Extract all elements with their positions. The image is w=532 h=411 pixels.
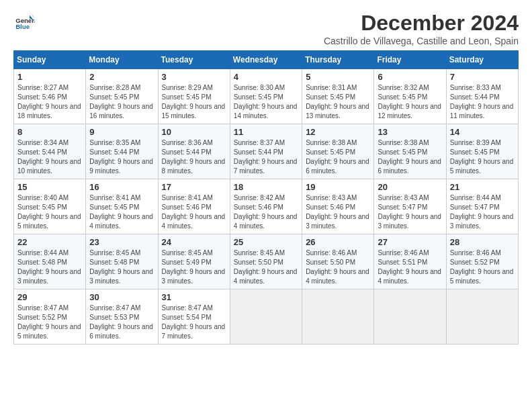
day-number: 21 <box>450 182 515 192</box>
calendar-day-cell: 13Sunrise: 8:38 AMSunset: 5:45 PMDayligh… <box>374 124 446 179</box>
calendar-day-cell: 14Sunrise: 8:39 AMSunset: 5:45 PMDayligh… <box>446 124 518 179</box>
calendar-day-cell: 6Sunrise: 8:32 AMSunset: 5:45 PMDaylight… <box>374 69 446 124</box>
calendar-day-cell: 25Sunrise: 8:45 AMSunset: 5:50 PMDayligh… <box>230 234 302 289</box>
day-number: 16 <box>89 182 154 192</box>
calendar-day-cell: 20Sunrise: 8:43 AMSunset: 5:47 PMDayligh… <box>374 179 446 234</box>
day-info: Sunrise: 8:47 AMSunset: 5:52 PMDaylight:… <box>17 304 82 341</box>
day-info: Sunrise: 8:43 AMSunset: 5:47 PMDaylight:… <box>378 193 442 231</box>
calendar-day-cell <box>302 289 374 345</box>
calendar-day-cell: 12Sunrise: 8:38 AMSunset: 5:45 PMDayligh… <box>302 124 374 179</box>
day-number: 26 <box>306 237 370 247</box>
day-number: 12 <box>306 127 370 137</box>
day-number: 20 <box>378 182 442 192</box>
day-info: Sunrise: 8:45 AMSunset: 5:50 PMDaylight:… <box>234 248 298 286</box>
calendar-day-cell: 10Sunrise: 8:36 AMSunset: 5:44 PMDayligh… <box>158 124 230 179</box>
title-block: December 2024 Castrillo de Villavega, Ca… <box>324 11 519 46</box>
calendar-week-row: 15Sunrise: 8:40 AMSunset: 5:45 PMDayligh… <box>14 179 519 234</box>
calendar-day-cell: 26Sunrise: 8:46 AMSunset: 5:50 PMDayligh… <box>302 234 374 289</box>
day-number: 14 <box>450 127 515 137</box>
calendar-day-cell: 17Sunrise: 8:41 AMSunset: 5:46 PMDayligh… <box>158 179 230 234</box>
logo-icon: General Blue <box>13 11 35 32</box>
day-number: 10 <box>162 127 226 137</box>
day-info: Sunrise: 8:36 AMSunset: 5:44 PMDaylight:… <box>162 138 226 176</box>
day-number: 24 <box>162 237 226 247</box>
day-info: Sunrise: 8:45 AMSunset: 5:49 PMDaylight:… <box>162 248 226 286</box>
day-number: 13 <box>378 127 442 137</box>
day-number: 8 <box>17 127 82 137</box>
day-info: Sunrise: 8:44 AMSunset: 5:47 PMDaylight:… <box>450 193 515 231</box>
day-number: 31 <box>162 292 226 302</box>
day-number: 4 <box>234 72 298 82</box>
weekday-header: Wednesday <box>230 51 302 69</box>
weekday-header: Friday <box>374 51 446 69</box>
day-number: 27 <box>378 237 442 247</box>
day-number: 23 <box>89 237 154 247</box>
day-number: 30 <box>89 292 154 302</box>
calendar-day-cell: 5Sunrise: 8:31 AMSunset: 5:45 PMDaylight… <box>302 69 374 124</box>
calendar-day-cell: 15Sunrise: 8:40 AMSunset: 5:45 PMDayligh… <box>14 179 86 234</box>
calendar-day-cell: 21Sunrise: 8:44 AMSunset: 5:47 PMDayligh… <box>446 179 518 234</box>
day-info: Sunrise: 8:46 AMSunset: 5:51 PMDaylight:… <box>378 248 442 286</box>
calendar-day-cell: 9Sunrise: 8:35 AMSunset: 5:44 PMDaylight… <box>86 124 158 179</box>
day-info: Sunrise: 8:33 AMSunset: 5:44 PMDaylight:… <box>450 83 515 121</box>
day-number: 15 <box>17 182 82 192</box>
day-info: Sunrise: 8:40 AMSunset: 5:45 PMDaylight:… <box>17 193 82 231</box>
day-info: Sunrise: 8:35 AMSunset: 5:44 PMDaylight:… <box>89 138 154 176</box>
day-number: 11 <box>234 127 298 137</box>
svg-text:Blue: Blue <box>15 23 30 30</box>
calendar-day-cell: 30Sunrise: 8:47 AMSunset: 5:53 PMDayligh… <box>86 289 158 345</box>
calendar-day-cell <box>230 289 302 345</box>
calendar-week-row: 22Sunrise: 8:44 AMSunset: 5:48 PMDayligh… <box>14 234 519 289</box>
day-info: Sunrise: 8:42 AMSunset: 5:46 PMDaylight:… <box>234 193 298 231</box>
calendar-table: SundayMondayTuesdayWednesdayThursdayFrid… <box>13 50 519 345</box>
calendar-day-cell: 28Sunrise: 8:46 AMSunset: 5:52 PMDayligh… <box>446 234 518 289</box>
calendar-day-cell: 8Sunrise: 8:34 AMSunset: 5:44 PMDaylight… <box>14 124 86 179</box>
day-info: Sunrise: 8:47 AMSunset: 5:54 PMDaylight:… <box>162 304 226 341</box>
weekday-header: Sunday <box>14 51 86 69</box>
day-number: 29 <box>17 292 82 302</box>
weekday-header: Thursday <box>302 51 374 69</box>
calendar-day-cell: 4Sunrise: 8:30 AMSunset: 5:45 PMDaylight… <box>230 69 302 124</box>
calendar-day-cell: 18Sunrise: 8:42 AMSunset: 5:46 PMDayligh… <box>230 179 302 234</box>
day-number: 5 <box>306 72 370 82</box>
calendar-day-cell: 31Sunrise: 8:47 AMSunset: 5:54 PMDayligh… <box>158 289 230 345</box>
day-info: Sunrise: 8:31 AMSunset: 5:45 PMDaylight:… <box>306 83 370 121</box>
calendar-day-cell: 23Sunrise: 8:45 AMSunset: 5:48 PMDayligh… <box>86 234 158 289</box>
day-info: Sunrise: 8:30 AMSunset: 5:45 PMDaylight:… <box>234 83 298 121</box>
logo: General Blue <box>13 11 35 32</box>
calendar-day-cell: 19Sunrise: 8:43 AMSunset: 5:46 PMDayligh… <box>302 179 374 234</box>
day-number: 3 <box>162 72 226 82</box>
day-info: Sunrise: 8:43 AMSunset: 5:46 PMDaylight:… <box>306 193 370 231</box>
day-number: 9 <box>89 127 154 137</box>
day-number: 18 <box>234 182 298 192</box>
day-number: 17 <box>162 182 226 192</box>
day-info: Sunrise: 8:27 AMSunset: 5:46 PMDaylight:… <box>17 83 82 121</box>
day-info: Sunrise: 8:38 AMSunset: 5:45 PMDaylight:… <box>306 138 370 176</box>
day-info: Sunrise: 8:32 AMSunset: 5:45 PMDaylight:… <box>378 83 442 121</box>
calendar-week-row: 8Sunrise: 8:34 AMSunset: 5:44 PMDaylight… <box>14 124 519 179</box>
calendar-day-cell: 2Sunrise: 8:28 AMSunset: 5:45 PMDaylight… <box>86 69 158 124</box>
header: General Blue December 2024 Castrillo de … <box>13 11 519 46</box>
day-info: Sunrise: 8:34 AMSunset: 5:44 PMDaylight:… <box>17 138 82 176</box>
day-number: 19 <box>306 182 370 192</box>
location-title: Castrillo de Villavega, Castille and Leo… <box>324 36 519 46</box>
calendar-day-cell: 7Sunrise: 8:33 AMSunset: 5:44 PMDaylight… <box>446 69 518 124</box>
day-number: 25 <box>234 237 298 247</box>
calendar-day-cell <box>446 289 518 345</box>
calendar-day-cell: 29Sunrise: 8:47 AMSunset: 5:52 PMDayligh… <box>14 289 86 345</box>
day-info: Sunrise: 8:44 AMSunset: 5:48 PMDaylight:… <box>17 248 82 286</box>
day-number: 1 <box>17 72 82 82</box>
calendar-day-cell: 11Sunrise: 8:37 AMSunset: 5:44 PMDayligh… <box>230 124 302 179</box>
day-info: Sunrise: 8:45 AMSunset: 5:48 PMDaylight:… <box>89 248 154 286</box>
day-info: Sunrise: 8:41 AMSunset: 5:45 PMDaylight:… <box>89 193 154 231</box>
calendar-week-row: 1Sunrise: 8:27 AMSunset: 5:46 PMDaylight… <box>14 69 519 124</box>
month-title: December 2024 <box>324 11 519 36</box>
day-number: 28 <box>450 237 515 247</box>
day-number: 22 <box>17 237 82 247</box>
calendar-day-cell: 1Sunrise: 8:27 AMSunset: 5:46 PMDaylight… <box>14 69 86 124</box>
calendar-day-cell: 16Sunrise: 8:41 AMSunset: 5:45 PMDayligh… <box>86 179 158 234</box>
calendar-day-cell: 22Sunrise: 8:44 AMSunset: 5:48 PMDayligh… <box>14 234 86 289</box>
day-number: 7 <box>450 72 515 82</box>
weekday-header: Saturday <box>446 51 518 69</box>
day-info: Sunrise: 8:29 AMSunset: 5:45 PMDaylight:… <box>162 83 226 121</box>
